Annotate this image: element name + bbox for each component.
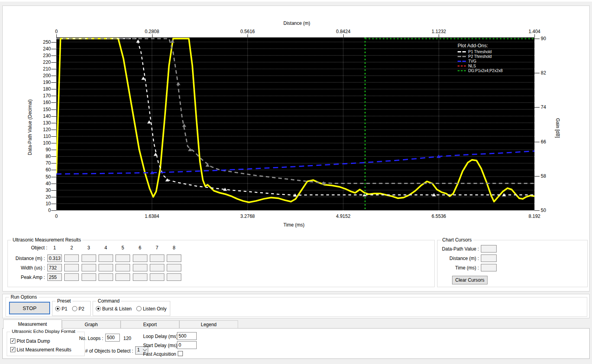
checkbox-row-plot-data-dump[interactable]: Plot Data Dump [10, 338, 50, 344]
cursor-field-input[interactable] [481, 264, 497, 271]
results-cell[interactable] [115, 264, 130, 271]
right-axis-title: Gain [dB] [555, 97, 560, 160]
tab-export[interactable]: Export [121, 320, 179, 329]
results-cell[interactable] [99, 264, 113, 271]
left-axis-tickmark [51, 163, 56, 163]
left-axis-tickmark [51, 130, 56, 130]
radio-icon[interactable] [55, 306, 60, 311]
results-cell[interactable] [167, 264, 181, 271]
results-cell[interactable] [167, 273, 181, 281]
results-cell[interactable] [150, 273, 164, 281]
left-axis-tick: 20 [29, 194, 51, 200]
bottom-axis-tick: 3.2768 [236, 214, 259, 219]
tab-graph[interactable]: Graph [62, 320, 121, 329]
cursor-field-input[interactable] [481, 245, 497, 253]
preset-radio-p1[interactable]: P1 [55, 306, 67, 312]
tab-measurement[interactable]: Measurement [3, 319, 62, 329]
top-axis-tickmark [248, 34, 248, 37]
right-axis-tickmark [534, 107, 540, 108]
fast-acquisition-checkbox[interactable] [178, 351, 183, 356]
top-axis-tickmark [343, 34, 344, 37]
left-axis-tick: 230 [29, 53, 51, 58]
left-axis-tick: 160 [29, 100, 51, 105]
left-axis-tickmark [51, 184, 56, 184]
preset-radio-p2[interactable]: P2 [72, 306, 84, 312]
chart-panel: Distance (m) Time (ms) Data-Path Value (… [2, 6, 590, 292]
results-cell[interactable] [133, 264, 147, 271]
left-axis-tick: 30 [29, 188, 51, 193]
results-cell[interactable] [167, 254, 181, 262]
left-axis-tick: 250 [29, 39, 51, 45]
results-cell[interactable] [150, 264, 164, 271]
bottom-axis-tick: 6.5536 [427, 214, 451, 219]
object-column-header: 6 [133, 245, 147, 251]
results-row-label: Peak Amp : [8, 275, 45, 280]
results-cell[interactable] [99, 273, 113, 281]
left-axis-tickmark [51, 143, 56, 143]
radio-icon[interactable] [72, 306, 77, 311]
legend-item: P1 Threshold [458, 50, 503, 54]
fast-acquisition-label: Fast Acquisition [143, 351, 175, 357]
radio-label: Listen Only [141, 306, 166, 312]
left-axis-tickmark [51, 197, 56, 197]
checkbox-row-list-measurement-results[interactable]: List Measurement Results [10, 347, 71, 353]
left-axis-tickmark [51, 102, 56, 103]
plot-area[interactable]: Plot Add-Ons: P1 ThresholdP2 ThresholdTV… [56, 37, 534, 210]
results-cell[interactable] [82, 254, 96, 262]
command-radio-listen-only[interactable]: Listen Only [136, 306, 166, 312]
command-radio-burst-listen[interactable]: Burst & Listen [96, 306, 132, 312]
left-axis-tickmark [51, 49, 56, 49]
no-loops-input[interactable] [105, 334, 120, 342]
left-axis-tick: 40 [29, 181, 51, 186]
tab-legend[interactable]: Legend [179, 320, 238, 329]
command-group: Command Burst & Listen Listen Only [93, 301, 170, 316]
results-cell[interactable] [150, 254, 164, 262]
no-loops-label: No. Loops : [79, 336, 103, 341]
results-cell[interactable] [47, 273, 62, 281]
legend-item: NLS [458, 64, 503, 68]
right-axis-tick: 90 [541, 36, 546, 41]
loop-delay-label: Loop Delay (ms) : [143, 334, 175, 339]
left-axis-tickmark [51, 62, 56, 63]
radio-icon[interactable] [96, 306, 101, 311]
left-axis-tickmark [51, 170, 56, 170]
results-cell[interactable] [64, 264, 79, 271]
checkbox-icon[interactable] [10, 338, 15, 344]
clear-cursors-button[interactable]: Clear Cursors [452, 276, 488, 284]
legend-item-label: NLS [468, 64, 476, 68]
stop-button[interactable]: STOP [9, 302, 50, 314]
results-cell[interactable] [99, 254, 113, 262]
results-cell[interactable] [47, 264, 62, 271]
results-cell[interactable] [82, 273, 96, 281]
preset-group: Preset P1 P2 [52, 301, 91, 316]
measurement-results-group: Ultrasonic Measurement Results Object : … [7, 240, 435, 287]
right-axis-tickmark [534, 73, 540, 73]
results-cell[interactable] [133, 273, 147, 281]
top-axis-tick: 0.5616 [236, 29, 259, 34]
left-axis-tickmark [51, 204, 56, 204]
right-axis-tickmark [534, 142, 540, 142]
results-cell[interactable] [133, 254, 147, 262]
top-axis-tickmark [439, 34, 439, 37]
results-cell[interactable] [64, 254, 79, 262]
results-cell[interactable] [82, 264, 96, 271]
checkbox-icon[interactable] [10, 347, 15, 352]
left-axis-tickmark [51, 76, 56, 76]
top-axis-tickmark [534, 34, 535, 37]
right-axis-tick: 50 [541, 208, 546, 213]
results-row-label: Width (us) : [8, 265, 45, 271]
results-cell[interactable] [47, 254, 62, 262]
results-cell[interactable] [115, 254, 130, 262]
left-axis-tickmark [51, 96, 56, 96]
radio-icon[interactable] [136, 306, 141, 311]
loop-delay-input[interactable] [177, 332, 197, 340]
start-delay-input[interactable] [177, 341, 197, 349]
results-cell[interactable] [115, 273, 130, 281]
legend-swatch-dash-icon [458, 56, 466, 57]
bottom-axis-tick: 1.6384 [140, 214, 164, 219]
left-axis-tick: 70 [29, 160, 51, 166]
cursor-field-input[interactable] [481, 254, 497, 262]
left-axis-tickmark [51, 150, 56, 150]
results-cell[interactable] [64, 273, 79, 281]
loop-count-value: 120 [123, 336, 131, 341]
